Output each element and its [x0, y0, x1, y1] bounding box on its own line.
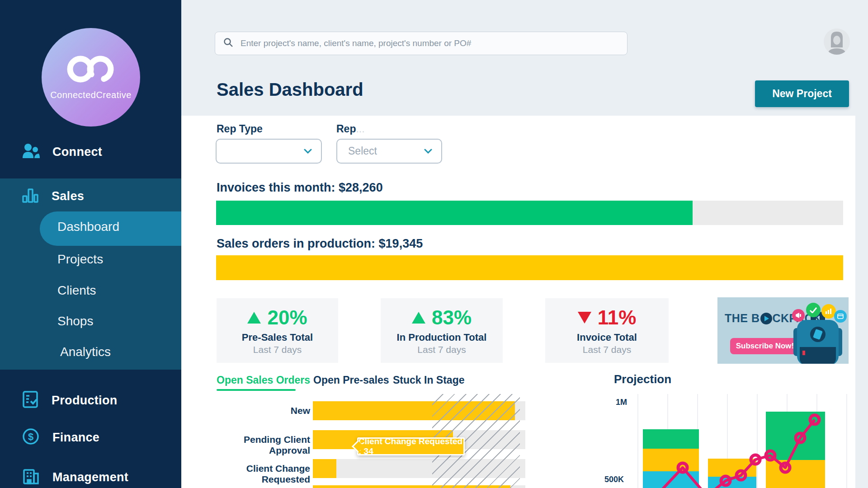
invoices-month-label: Invoices this month: $28,260 [217, 181, 383, 195]
sidebar-subitem-projects[interactable]: Projects [57, 252, 103, 267]
segment-yellow [643, 449, 699, 471]
tab-stuck-in-stage[interactable]: Stuck In Stage [393, 374, 464, 386]
stat-period: Last 7 days [253, 344, 302, 355]
stat-card-pre-sales: 20% Pre-Sales Total Last 7 days [217, 298, 338, 363]
segment-green [643, 429, 699, 449]
chevron-down-icon [304, 147, 312, 155]
tab-open-pre-sales[interactable]: Open Pre-sales [313, 374, 389, 386]
active-tab-underline [217, 389, 296, 391]
sidebar-item-label: Management [52, 470, 128, 484]
sidebar-item-production[interactable]: Production [22, 389, 118, 411]
play-icon [760, 313, 772, 324]
people-icon [22, 143, 40, 161]
sales-orders-label: Sales orders in production: $19,345 [217, 237, 423, 251]
stat-period: Last 7 days [583, 344, 631, 355]
search-input[interactable] [240, 38, 619, 49]
chart-tooltip: Client Change Requested : 34 [357, 437, 465, 455]
stat-period: Last 7 days [417, 344, 466, 355]
invoices-month-value: $28,260 [339, 181, 383, 194]
trend-up-icon [412, 312, 425, 324]
rep-label-dots: ... [356, 123, 364, 135]
sidebar-item-finance[interactable]: $ Finance [22, 427, 99, 448]
building-icon [22, 467, 40, 487]
projection-title: Projection [614, 372, 671, 386]
hbar-category-label: New [212, 405, 310, 416]
clipboard-check-icon [22, 390, 39, 410]
stat-percent: 83% [432, 306, 472, 329]
segment-cyan [708, 477, 756, 488]
stat-title: Invoice Total [577, 332, 637, 343]
rep-select-placeholder: Select [348, 145, 377, 157]
invoices-progress-fill [216, 201, 693, 225]
rep-label: Rep... [336, 123, 365, 135]
sidebar-subitem-clients[interactable]: Clients [57, 283, 96, 298]
stat-percent: 11% [598, 306, 637, 329]
company-logo[interactable]: ConnectedCreative [42, 28, 140, 127]
page-title: Sales Dashboard [217, 80, 363, 100]
sidebar-item-label: Sales [52, 189, 84, 203]
card-icon [834, 310, 847, 323]
sales-orders-value: $19,345 [379, 237, 423, 250]
sidebar-subitem-dashboard[interactable]: Dashboard [57, 220, 119, 234]
hbar-category-label: Pending Client Approval [212, 434, 310, 456]
global-search [215, 32, 627, 55]
sidebar: ConnectedCreative Connect Sales Dashboar… [0, 0, 181, 488]
stat-title: Pre-Sales Total [242, 332, 313, 343]
sales-orders-progress-fill [216, 255, 843, 280]
dollar-circle-icon: $ [22, 427, 40, 447]
rep-type-label: Rep Type [217, 123, 263, 135]
segment-yellow [708, 459, 756, 477]
hbar-category-label: Client Change Requested [212, 463, 310, 485]
rep-dropdown[interactable]: Select [336, 139, 442, 164]
stat-card-invoice: 11% Invoice Total Last 7 days [545, 298, 669, 363]
new-project-button[interactable]: New Project [755, 80, 849, 107]
stat-percent: 20% [267, 306, 307, 329]
sidebar-subitem-analytics[interactable]: Analytics [60, 345, 111, 359]
sidebar-item-connect[interactable]: Connect [22, 142, 102, 162]
sales-orders-progress-track [216, 255, 843, 280]
check-icon [806, 303, 821, 317]
logo-mark-icon [63, 55, 118, 89]
rep-type-dropdown[interactable] [216, 139, 322, 164]
megaphone-icon [792, 309, 805, 322]
sidebar-item-label: Connect [52, 145, 102, 159]
bar-chart-icon [22, 187, 39, 206]
segment-cyan [643, 471, 699, 488]
user-avatar[interactable] [824, 28, 850, 55]
svg-text:$: $ [28, 431, 33, 442]
sidebar-sales-section [0, 178, 181, 370]
subscribe-button[interactable]: Subscribe Now! [730, 338, 800, 354]
search-icon [223, 38, 233, 49]
y-axis-tick-1m: 1M [616, 398, 627, 407]
ad-banner-backpack[interactable]: THE B CKPACK Subscribe Now! [717, 297, 849, 364]
stat-card-in-production: 83% In Production Total Last 7 days [381, 298, 503, 363]
hbar-fill [313, 459, 336, 478]
segment-green [766, 412, 825, 460]
sidebar-subitem-shops[interactable]: Shops [57, 314, 93, 328]
y-axis-tick-500k: 500K [604, 475, 624, 484]
stat-title: In Production Total [397, 332, 487, 343]
sidebar-item-label: Finance [52, 431, 99, 445]
tab-open-sales-orders[interactable]: Open Sales Orders [217, 374, 310, 386]
logo-text: ConnectedCreative [50, 90, 132, 100]
chevron-down-icon [424, 147, 432, 155]
sidebar-item-management[interactable]: Management [22, 466, 128, 488]
trend-up-icon [247, 312, 261, 324]
sidebar-item-sales[interactable]: Sales [22, 186, 84, 206]
sidebar-item-label: Production [52, 394, 118, 408]
invoices-progress-track [216, 201, 843, 225]
trend-down-icon [578, 312, 591, 324]
segment-yellow [766, 460, 825, 488]
